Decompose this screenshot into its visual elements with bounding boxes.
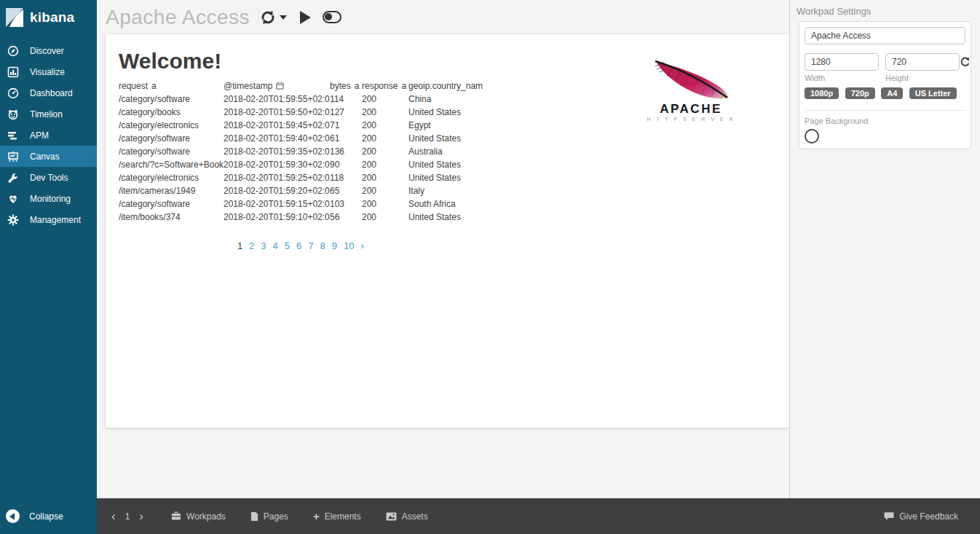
refresh-icon[interactable] [260, 9, 276, 25]
next-page-button[interactable]: › [136, 510, 146, 522]
table-row: /category/software2018-02-20T01:59:55+02… [119, 93, 483, 106]
caret-down-icon[interactable] [277, 15, 287, 20]
page-background-label: Page Background [805, 117, 965, 125]
briefcase-icon [171, 511, 181, 521]
column-header[interactable]: requesta [119, 79, 224, 93]
discover-icon [7, 44, 19, 57]
table-row: /category/books2018-02-20T01:59:50+02:00… [119, 106, 483, 119]
table-row: /category/electronics2018-02-20T01:59:25… [119, 171, 483, 184]
column-header[interactable]: geoip.country_namea [408, 79, 483, 93]
workpad-settings-panel: Workpad Settings Width Height 1080p 7 [789, 0, 980, 498]
table-row: /category/software2018-02-20T01:59:15+02… [119, 197, 483, 211]
preset-720p-button[interactable]: 720p [845, 87, 875, 99]
pagination: 12345678910› [119, 240, 483, 251]
kibana-logo-icon [4, 6, 25, 29]
page-link[interactable]: 2 [249, 240, 254, 251]
heartbeat-icon [7, 192, 19, 205]
apache-logo-subtitle: H T T P S E R V E R [647, 117, 735, 122]
width-label: Width [805, 74, 885, 82]
data-table: requesta@timestampbytesaresponseageoip.c… [119, 79, 483, 224]
collapse-icon [6, 509, 20, 523]
bottom-toolbar: ‹ 1 › Workpads Pages + Elements Assets G… [97, 498, 980, 534]
page-link[interactable]: 3 [261, 240, 266, 251]
sidebar-item-discover[interactable]: Discover [0, 40, 97, 61]
table-element[interactable]: requesta@timestampbytesaresponseageoip.c… [119, 79, 483, 251]
preset-us-letter-button[interactable]: US Letter [909, 87, 957, 99]
kibana-logo-text: kibana [30, 9, 74, 25]
table-row: /category/software2018-02-20T01:59:35+02… [119, 145, 483, 158]
page-background-color-picker[interactable] [805, 129, 819, 144]
workpads-button[interactable]: Workpads [171, 511, 226, 522]
divider [805, 110, 965, 111]
table-body: /category/software2018-02-20T01:59:55+02… [119, 93, 483, 224]
next-page-link[interactable]: › [360, 240, 364, 251]
sidebar-item-apm[interactable]: APM [0, 125, 97, 146]
page-link[interactable]: 10 [344, 240, 354, 251]
reset-size-icon[interactable] [960, 57, 971, 68]
table-row: /item/books/3742018-02-20T01:59:10+02:00… [119, 211, 483, 224]
page-link[interactable]: 1 [237, 240, 242, 251]
sidebar-item-dev-tools[interactable]: Dev Tools [0, 167, 97, 188]
workpad-title: Apache Access [106, 6, 250, 29]
workpad-name-input[interactable] [805, 27, 965, 44]
table-row: /item/cameras/19492018-02-20T01:59:20+02… [119, 184, 483, 197]
image-icon [386, 512, 397, 521]
column-header[interactable]: @timestamp [224, 79, 330, 93]
page-link[interactable]: 7 [308, 240, 313, 251]
sidebar-item-timelion[interactable]: Timelion [0, 103, 97, 125]
apache-logo: APACHE H T T P S E R V E R [639, 56, 743, 126]
canvas-icon [7, 150, 19, 162]
page-link[interactable]: 8 [320, 240, 325, 251]
previous-page-button[interactable]: ‹ [108, 510, 119, 522]
workspace: Apache Access Welcome! r [97, 0, 789, 498]
calendar-icon [276, 82, 284, 90]
height-input[interactable] [885, 53, 960, 71]
sidebar-item-management[interactable]: Management [0, 209, 97, 230]
page-link[interactable]: 5 [285, 240, 290, 251]
dashboard-icon [7, 87, 19, 99]
settings-panel-title: Workpad Settings [790, 0, 980, 21]
sidebar-item-visualize[interactable]: Visualize [0, 61, 97, 82]
page-icon [250, 511, 258, 522]
elements-button[interactable]: + Elements [313, 511, 361, 522]
settings-card: Width Height 1080p 720p A4 US Letter Pag… [799, 21, 971, 149]
table-row: /search/?c=Software+Books2018-02-20T01:5… [119, 158, 483, 171]
timelion-icon [7, 108, 19, 120]
wrench-icon [7, 171, 19, 184]
column-header[interactable]: responsea [362, 79, 408, 93]
page-link[interactable]: 6 [296, 240, 301, 251]
sidebar-item-monitoring[interactable]: Monitoring [0, 188, 97, 209]
canvas-page[interactable]: Welcome! requesta@timestampbytesarespons… [106, 34, 789, 428]
kibana-logo[interactable]: kibana [0, 0, 97, 34]
workpad-header: Apache Access [106, 0, 341, 34]
table-row: /category/software2018-02-20T01:59:40+02… [119, 132, 483, 145]
collapse-button[interactable]: Collapse [0, 498, 97, 534]
kibana-app: kibana Discover Visualize Dashboard [0, 0, 980, 534]
preset-1080p-button[interactable]: 1080p [805, 87, 839, 99]
visualize-icon [7, 66, 19, 78]
play-icon[interactable] [300, 11, 311, 24]
page-number: 1 [125, 511, 130, 522]
size-labels: Width Height [805, 74, 965, 82]
pages-button[interactable]: Pages [250, 511, 288, 522]
table-row: /category/electronics2018-02-20T01:59:45… [119, 119, 483, 132]
apache-logo-title: APACHE [660, 102, 722, 116]
size-presets: 1080p 720p A4 US Letter [805, 86, 965, 99]
give-feedback-button[interactable]: Give Feedback [884, 511, 958, 522]
plus-icon: + [313, 511, 320, 522]
speech-bubble-icon [884, 511, 894, 521]
sidebar-nav: Discover Visualize Dashboard Timelion [0, 40, 97, 230]
sidebar: kibana Discover Visualize Dashboard [0, 0, 97, 534]
table-header-row: requesta@timestampbytesaresponseageoip.c… [119, 79, 483, 93]
column-header[interactable]: bytesa [330, 79, 362, 93]
preset-a4-button[interactable]: A4 [881, 87, 903, 99]
size-row [805, 53, 965, 71]
width-input[interactable] [805, 53, 879, 71]
page-link[interactable]: 9 [332, 240, 337, 251]
sidebar-item-canvas[interactable]: Canvas [0, 146, 97, 167]
assets-button[interactable]: Assets [386, 511, 428, 522]
page-link[interactable]: 4 [273, 240, 278, 251]
gear-icon [7, 213, 19, 226]
toggle-icon[interactable] [323, 11, 341, 23]
sidebar-item-dashboard[interactable]: Dashboard [0, 82, 97, 103]
